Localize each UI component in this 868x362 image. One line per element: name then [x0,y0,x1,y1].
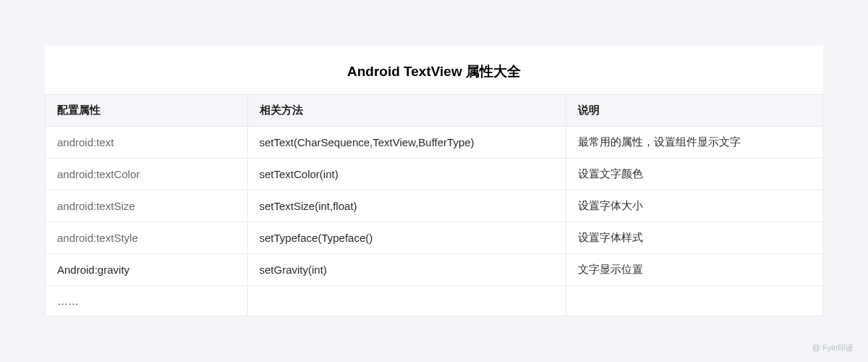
cell-desc: 设置字体样式 [566,222,823,254]
attribute-table: 配置属性 相关方法 说明 android:text setText(CharSe… [45,94,823,316]
cell-desc: 设置文字颜色 [566,159,823,190]
cell-attr: android:textSize [46,190,248,222]
table-container: Android TextView 属性大全 配置属性 相关方法 说明 andro… [45,45,823,316]
cell-desc [566,286,823,316]
table-title: Android TextView 属性大全 [45,45,823,94]
cell-attr: …… [46,286,248,316]
cell-attr: android:text [46,127,248,159]
header-desc: 说明 [566,95,823,127]
cell-method: setTextColor(int) [247,159,566,190]
cell-attr: Android:gravity [46,254,248,286]
header-method: 相关方法 [247,95,566,127]
header-attr: 配置属性 [46,95,248,127]
cell-method: setTextSize(int,float) [247,190,566,222]
table-row: …… [46,286,823,316]
cell-desc: 最常用的属性，设置组件显示文字 [566,127,823,159]
table-row: android:textSize setTextSize(int,float) … [46,190,823,222]
table-row: android:text setText(CharSequence,TextVi… [46,127,823,159]
watermark: @ Fyin印迹 [812,342,854,353]
table-row: android:textColor setTextColor(int) 设置文字… [46,159,823,190]
table-row: android:textStyle setTypeface(Typeface()… [46,222,823,254]
cell-method [247,286,566,316]
cell-method: setText(CharSequence,TextView,BufferType… [247,127,566,159]
cell-desc: 文字显示位置 [566,254,823,286]
cell-method: setTypeface(Typeface() [247,222,566,254]
cell-desc: 设置字体大小 [566,190,823,222]
cell-attr: android:textStyle [46,222,248,254]
table-header-row: 配置属性 相关方法 说明 [46,95,823,127]
cell-method: setGravity(int) [247,254,566,286]
cell-attr: android:textColor [46,159,248,190]
table-row: Android:gravity setGravity(int) 文字显示位置 [46,254,823,286]
